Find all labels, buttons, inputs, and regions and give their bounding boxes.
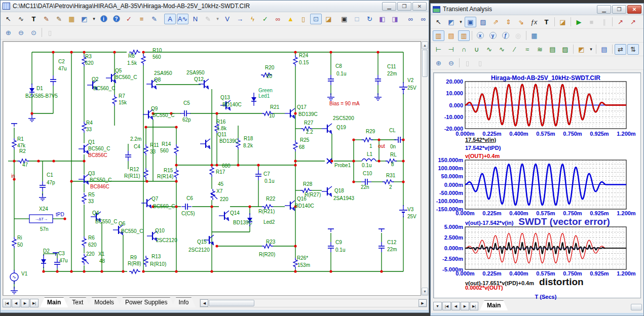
page-copy-icon-2[interactable]: ▯	[474, 58, 486, 68]
gnd-part[interactable]	[39, 193, 46, 201]
legend-entry[interactable]: SWDT (vector error)	[518, 216, 610, 227]
tr-part[interactable]	[322, 124, 332, 134]
bar-part[interactable]	[378, 229, 385, 232]
legend-entry[interactable]: 0.0002*v(OUT)	[465, 285, 503, 291]
rh-part[interactable]	[362, 138, 373, 142]
ch-part[interactable]	[181, 204, 192, 210]
cursor-next-right-icon[interactable]: ⊣	[445, 44, 457, 55]
pause-icon[interactable]: ∥	[598, 17, 610, 27]
bar-part[interactable]	[11, 124, 17, 127]
rh-part[interactable]	[383, 180, 394, 184]
high-icon[interactable]: ∿	[483, 44, 495, 55]
page-copy-icon[interactable]: ▯	[44, 27, 56, 38]
shape-dropdown-arrow[interactable]: ▾	[458, 17, 464, 27]
scope-window-icon[interactable]: ▨	[477, 17, 489, 27]
legend-entry[interactable]: distortion	[539, 276, 584, 287]
legend-entry[interactable]: v(OUT)+0.4m	[465, 153, 500, 159]
show-currents-toggle[interactable]: →	[234, 14, 246, 24]
clipboard-icon[interactable]: ◩	[576, 44, 587, 55]
schematic-vertical-scrollbar[interactable]: ▲ ▼	[421, 41, 429, 296]
distortion-plot[interactable]	[465, 227, 626, 269]
scroll-left-arrow[interactable]: ◀	[200, 299, 208, 307]
vertical-plots-toggle[interactable]: ▥	[458, 30, 470, 41]
tab-scroll-button[interactable]: ◀	[451, 302, 460, 310]
cursor-next-left-icon[interactable]: ⊢	[433, 44, 444, 55]
tab-scroll-button[interactable]: |◀	[442, 302, 451, 310]
ch-part[interactable]	[180, 110, 191, 116]
tab-scroll-button[interactable]: ▶	[21, 299, 29, 307]
rv-part[interactable]	[293, 140, 297, 151]
rv-part[interactable]	[112, 95, 117, 106]
gnd-part[interactable]	[28, 114, 35, 122]
run-icon[interactable]: ▶	[573, 17, 585, 27]
tab-models[interactable]: Models	[87, 297, 121, 307]
warning-icon[interactable]: ▲	[285, 14, 296, 24]
lh-part[interactable]	[362, 159, 376, 162]
waveform-plot-panel[interactable]: Hiraga-Mod-AB-25V_10kHz-SWDT.CIR20.00010…	[433, 72, 641, 298]
scrollbar-thumb[interactable]	[209, 300, 254, 306]
zoom-in-icon[interactable]: ⊕	[433, 58, 444, 68]
list-rows-icon[interactable]: ≡	[136, 14, 147, 24]
zoom-window-toggle[interactable]: ▣	[465, 17, 476, 27]
clipboard-dropdown-arrow[interactable]: ▾	[588, 44, 594, 55]
numeric-output-icon[interactable]: ▤	[598, 44, 610, 55]
attr-dropdown-arrow[interactable]: ▾	[215, 14, 220, 24]
show-pin-connections-toggle[interactable]: ∞	[272, 14, 284, 24]
close-button[interactable]: ✕	[627, 5, 641, 14]
bar-part[interactable]	[328, 229, 334, 232]
bat-part[interactable]	[399, 82, 407, 94]
shape-paste-icon[interactable]: ◩	[79, 14, 90, 24]
cv-part[interactable]	[50, 75, 56, 86]
node-snap-toggle[interactable]: ⊡	[310, 14, 322, 24]
rv-part[interactable]	[141, 54, 145, 65]
maximize-button[interactable]: ❐	[397, 2, 411, 11]
doc-edit-icon[interactable]: ✎	[148, 14, 160, 24]
bat-part[interactable]	[399, 205, 407, 217]
cv-part[interactable]	[328, 242, 334, 252]
pan-icon[interactable]: ⇘	[515, 17, 527, 27]
schematic-horizontal-scrollbar[interactable]: ◀ ▶	[200, 299, 427, 307]
help-icon[interactable]: ?	[110, 14, 122, 24]
maximize-button[interactable]: ❐	[612, 5, 626, 14]
stop-icon[interactable]: ■	[586, 17, 597, 27]
tab-power-supplies[interactable]: Power Supplies	[118, 297, 174, 307]
find-icon[interactable]: ∞	[418, 14, 429, 24]
zoom-in-icon[interactable]: ⊕	[3, 27, 14, 38]
scale-y-icon[interactable]: y	[487, 30, 499, 41]
schematic-canvas[interactable]: →ΔT→∿R3620C247uD1BZX585-B7V5Q2BC560_CQ5B…	[3, 41, 421, 296]
page-icon[interactable]: ▯	[297, 14, 309, 24]
cv-part[interactable]	[125, 151, 131, 161]
scrollbar-thumb[interactable]	[631, 304, 642, 310]
gnd-part[interactable]	[327, 93, 334, 100]
find-wave-icon[interactable]: ∞	[405, 14, 416, 24]
scroll-down-arrow[interactable]: ▼	[422, 288, 428, 295]
input-output-plot[interactable]	[465, 82, 626, 129]
overlay-curves-icon[interactable]: ▨	[559, 44, 571, 55]
tab-main[interactable]: Main	[40, 297, 68, 307]
tr-part[interactable]	[79, 174, 89, 184]
page-copy-icon[interactable]: ▯	[462, 58, 473, 68]
select-icon[interactable]: ↖	[3, 14, 14, 24]
scale-fx-icon[interactable]: ƒ	[500, 30, 511, 41]
scale-x-icon[interactable]: x	[474, 30, 486, 41]
valley-icon[interactable]: ∪	[471, 44, 482, 55]
tr-part[interactable]	[141, 198, 151, 208]
polyline-pencil-icon[interactable]: ✎	[53, 14, 65, 24]
tab-scroll-button[interactable]: ▶	[461, 302, 469, 310]
zoom-out-icon[interactable]: ⊖	[445, 58, 457, 68]
legend-entry[interactable]: 17.542*v(in)	[465, 137, 496, 143]
scroll-up-arrow[interactable]: ▲	[422, 42, 428, 49]
swdt-plot[interactable]	[465, 160, 626, 209]
zoom-disabled-icon[interactable]: ◎	[512, 30, 524, 41]
show-power-toggle[interactable]: ϟ	[247, 14, 258, 24]
gnd-part[interactable]	[11, 287, 18, 294]
tr-part[interactable]	[285, 201, 295, 211]
tr-part[interactable]	[322, 186, 332, 196]
shape-paste-icon[interactable]: ◩	[445, 17, 457, 27]
tab-scroll-button[interactable]: ▼	[433, 302, 442, 310]
one-plot-toggle[interactable]: ▥	[433, 30, 444, 41]
envelope-icon[interactable]: ≈	[521, 44, 533, 55]
cv-part[interactable]	[378, 242, 385, 252]
tr-part[interactable]	[79, 144, 89, 154]
low-icon[interactable]: ∿	[496, 44, 508, 55]
